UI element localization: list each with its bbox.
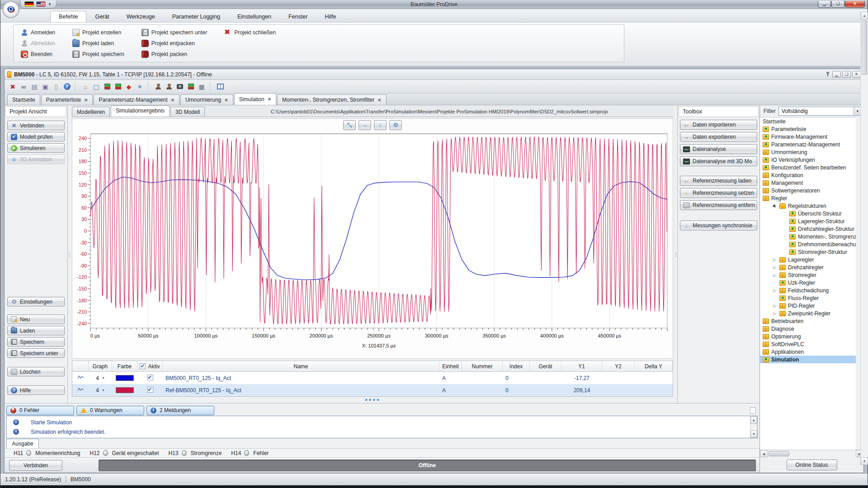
online-status-button[interactable]: Online Status <box>787 460 837 470</box>
tree-item-uzk-regler[interactable]: Uzk-Regler <box>760 279 856 286</box>
tree-item-drehmomentüberwachung[interactable]: Drehmomentüberwachung <box>760 240 856 248</box>
tree-item-io-verknüpfungen[interactable]: IO Verknüpfungen <box>760 156 856 164</box>
left-splitter[interactable]: ⋮ <box>68 105 71 403</box>
speichern-button[interactable]: Speichern <box>7 337 65 347</box>
tree-item-regler[interactable]: Regler <box>760 194 856 202</box>
doc-minimize-button[interactable]: ▁ <box>832 71 841 78</box>
monitor-levels-icon[interactable] <box>103 82 112 91</box>
verbinden-button[interactable]: ✕Verbinden <box>7 121 65 130</box>
color-swatch-cell[interactable] <box>112 387 137 393</box>
tab-startseite[interactable]: Startseite <box>7 94 40 105</box>
chart-settings-button[interactable]: ⚙ <box>389 120 402 130</box>
menu-tab-parameter-logging[interactable]: Parameter Logging <box>164 11 229 22</box>
message-row[interactable]: Starte Simulation <box>7 418 757 427</box>
tree-item-diagnose[interactable]: Diagnose <box>760 325 856 333</box>
expand-icon[interactable]: ▷ <box>773 258 777 262</box>
color-swatch-cell[interactable] <box>112 375 137 381</box>
tab-momenten-stromgrenzen-stromfilter[interactable]: Momenten-, Stromgrenzen, Stromfilter✕ <box>277 94 386 105</box>
expand-icon[interactable]: ▷ <box>773 265 777 270</box>
ribbon-item-projekt-speichern-unter[interactable]: Projekt speichern unter <box>139 28 210 38</box>
right-splitter[interactable]: ⋮ <box>674 105 677 403</box>
tree-item-zweipunkt-regler[interactable]: ▷Zweipunkt-Regler <box>760 310 856 317</box>
referenzmessung-laden-button[interactable]: ←Referenzmessung laden <box>680 176 757 186</box>
menu-tab-gerät[interactable]: Gerät <box>86 11 118 22</box>
tab-ausgabe[interactable]: Ausgabe <box>6 439 39 448</box>
modell-prüfen-button[interactable]: ✔Modell prüfen <box>7 132 65 141</box>
fit-all-button[interactable]: ⤡ <box>343 120 356 130</box>
menu-tab-hilfe[interactable]: Hilfe <box>316 11 344 22</box>
tree-item-feldschwächung[interactable]: ▷Feldschwächung <box>760 286 856 294</box>
inner-tab-modellieren[interactable]: Modellieren <box>72 107 110 117</box>
tree-item-lageregler-struktur[interactable]: Lageregler-Struktur <box>760 217 856 225</box>
ribbon-item-projekt-packen[interactable]: Projekt packen <box>139 49 210 59</box>
löschen-button[interactable]: Löschen <box>7 367 65 376</box>
tree-item-applikationen[interactable]: Applikationen <box>760 348 856 356</box>
inner-tab-3d-modell[interactable]: 3D Modell <box>170 107 205 117</box>
user2-icon[interactable] <box>165 82 174 91</box>
fit-horizontal-button[interactable]: ↔ <box>359 120 371 130</box>
aktiv-checkbox[interactable] <box>147 387 153 393</box>
header-checkbox[interactable] <box>140 363 146 369</box>
aktiv-cell[interactable] <box>137 375 163 382</box>
levels-icon[interactable] <box>113 82 123 91</box>
pin-icon[interactable] <box>825 71 831 78</box>
graph-select[interactable]: 4▼ <box>89 387 112 394</box>
graph-select[interactable]: 4▼ <box>89 375 112 381</box>
scroll-up-icon[interactable]: ▲ <box>861 12 868 19</box>
binoculars-icon[interactable]: ∞ <box>19 82 28 91</box>
tree-item-pid-regler[interactable]: ▷PID-Regler <box>760 302 856 310</box>
fit-vertical-button[interactable]: ↕ <box>374 120 387 130</box>
table-row[interactable]: 4▼Ref-BM5000_RT0_125 - Iq_ActA0209,14 <box>72 384 673 396</box>
tab-simulation[interactable]: Simulation✕ <box>234 93 276 105</box>
print-icon[interactable]: ▤ <box>30 82 39 91</box>
tree-item-übersicht-struktur[interactable]: Übersicht-Struktur <box>760 210 856 217</box>
maximize-button[interactable]: ❏ <box>831 1 844 8</box>
datenanalyse-mit-3d-mo-button[interactable]: Datenanalyse mit 3D Mo <box>680 156 757 166</box>
qat-dropdown-icon[interactable]: ▼ <box>48 2 52 6</box>
menu-tab-einstellungen[interactable]: Einstellungen <box>229 11 280 22</box>
tree-item-regelstrukturen[interactable]: ▶Regelstrukturen <box>760 202 856 210</box>
ribbon-item-projekt-laden[interactable]: Projekt laden <box>70 38 127 48</box>
hilfe-button[interactable]: ?Hilfe <box>7 385 65 395</box>
neu-button[interactable]: Neu <box>7 314 65 324</box>
inner-tab-simulationsergebnis[interactable]: Simulationsergebnis <box>111 105 170 117</box>
expand-icon[interactable]: ▷ <box>773 311 777 316</box>
chart-area[interactable]: 2402101801501209060300-30-60-90-120-150-… <box>72 131 673 359</box>
filter-dropdown[interactable]: Vollständig ▼ <box>778 107 862 116</box>
tree-item-betriebsarten[interactable]: Betriebsarten <box>760 317 856 325</box>
german-flag-icon[interactable] <box>24 1 34 7</box>
message-row[interactable]: Simulation erfolgreich beendet. <box>7 427 757 436</box>
menu-tab-werkzeuge[interactable]: Werkzeuge <box>118 11 164 22</box>
us-flag-icon[interactable] <box>36 1 46 7</box>
tree-item-sollwertgeneratoren[interactable]: Sollwertgeneratoren <box>760 187 856 194</box>
aktiv-checkbox[interactable] <box>147 375 153 380</box>
tree-item-stromregler[interactable]: ▷Stromregler <box>760 271 856 279</box>
close-icon[interactable]: ✖ <box>8 82 17 91</box>
close-tab-icon[interactable]: ✕ <box>268 97 271 102</box>
network-icon[interactable]: ✶ <box>135 82 144 91</box>
simulieren-button[interactable]: ▶Simulieren <box>7 143 65 153</box>
scrollbar-thumb[interactable] <box>769 451 789 456</box>
scroll-down-icon[interactable]: ▼ <box>861 457 868 465</box>
messages-tab-0-fehler[interactable]: 0 Fehler <box>6 406 74 415</box>
home-icon[interactable]: ⌂ <box>81 82 90 91</box>
ribbon-item-projekt-schließen[interactable]: Projekt schließen <box>222 28 278 38</box>
tree-item-stromregler-struktur[interactable]: Stromregler-Struktur <box>760 248 856 256</box>
tab-umnormierung[interactable]: Umnormierung✕ <box>180 94 233 105</box>
doc-maximize-button[interactable]: ❏ <box>842 71 851 78</box>
collapse-icon[interactable]: ▶ <box>772 202 778 209</box>
camera-icon[interactable] <box>175 82 184 91</box>
tree-item-drehzahlregler-struktur[interactable]: Drehzahlregler-Struktur <box>760 225 856 233</box>
message-scrollbar[interactable]: ▲ ▼ <box>750 416 757 438</box>
connect-button[interactable]: Verbinden <box>9 460 62 471</box>
close-tab-icon[interactable]: ✕ <box>224 98 228 103</box>
tree-item-firmware-management[interactable]: Firmware-Management <box>760 133 856 141</box>
tree-item-parameterliste[interactable]: Parameterliste <box>760 125 856 133</box>
messungen-synchronisie-button[interactable]: ↓Messungen synchronisie <box>680 221 757 230</box>
messages-tab-0-warnungen[interactable]: 0 Warnungen <box>76 406 144 415</box>
scroll-left-icon[interactable]: ◀ <box>760 450 768 457</box>
window-icon[interactable]: ▢ <box>92 82 101 91</box>
tree-horizontal-scrollbar[interactable]: ◀ ▶ <box>760 450 863 457</box>
close-button[interactable]: ✕ <box>845 1 865 8</box>
speichern-unter-button[interactable]: Speichern unter <box>7 348 65 358</box>
